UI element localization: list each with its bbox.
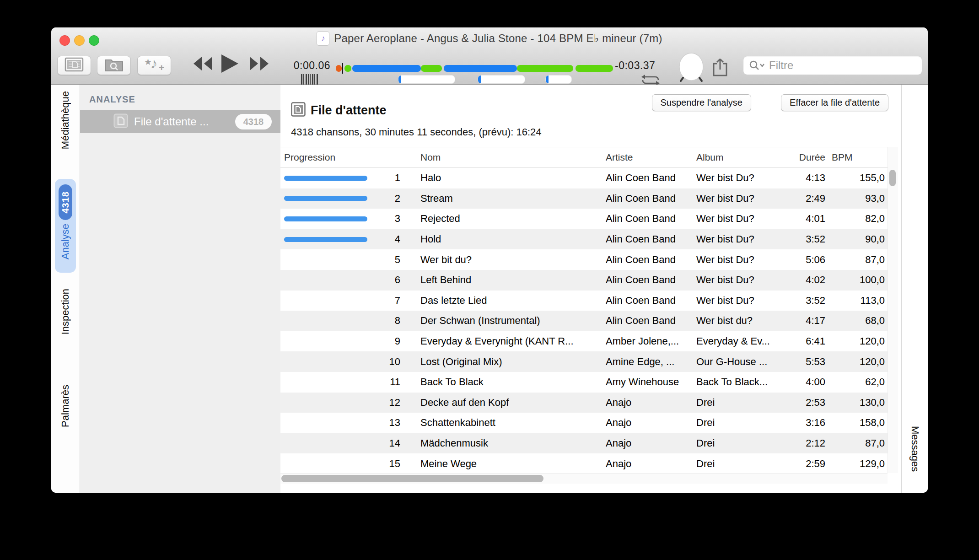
cell-number: 3 [368,213,400,225]
table-row[interactable]: 5Wer bit du?Alin Coen BandWer bist Du?5:… [280,249,888,270]
cell-duration: 3:16 [784,417,825,429]
table-row[interactable]: 9Everyday & Everynight (KANT R...Amber J… [280,331,888,352]
table-row[interactable]: 10Lost (Original Mix)Amine Edge, ...Our … [280,351,888,372]
table-rows: 1HaloAlin Coen BandWer bist Du?4:13155,0… [280,168,888,474]
horizontal-scrollbar-thumb[interactable] [281,475,543,482]
table-row[interactable]: 15Meine WegeAnajoDrei2:59129,0 [280,453,888,474]
filter-field[interactable] [743,56,922,75]
app-window: ♪ Paper Aeroplane - Angus & Julia Stone … [51,27,928,493]
table-row[interactable]: 13SchattenkabinettAnajoDrei3:16158,0 [280,413,888,433]
share-button[interactable] [711,57,729,79]
play-button[interactable] [219,53,240,74]
filter-input[interactable] [768,59,916,72]
row-progress-bar [284,196,367,201]
sidebar-item-queue[interactable]: File d'attente ... 4318 [80,110,280,133]
tab-inspection[interactable]: Inspection [51,289,80,334]
cell-name: Der Schwan (Instrumental) [400,315,606,327]
column-header-nom[interactable]: Nom [400,152,606,163]
fast-forward-button[interactable] [249,55,271,72]
cell-album: Drei [696,458,784,470]
tab-palmares[interactable]: Palmarès [51,385,80,427]
track-document-icon: ♪ [317,31,329,46]
share-icon [711,57,729,77]
cell-artist: Alin Coen Band [606,254,696,266]
cell-number: 6 [368,274,400,286]
spotlight-balloon-icon[interactable] [677,52,705,85]
table-row[interactable]: 3RejectedAlin Coen BandWer bist Du?4:018… [280,209,888,229]
column-header-bpm[interactable]: BPM [825,152,888,163]
cell-album: Wer bist Du? [696,274,784,286]
column-header-artiste[interactable]: Artiste [606,152,696,163]
cell-album: Everyday & Ev... [696,335,784,347]
table-row[interactable]: 11Back To BlackAmy WinehouseBack To Blac… [280,372,888,393]
column-header-album[interactable]: Album [696,152,784,163]
cell-number: 7 [368,295,400,307]
cell-bpm: 113,0 [825,295,888,307]
progress-segment [421,65,442,72]
rewind-button[interactable] [191,55,213,72]
cell-album: Drei [696,417,784,429]
fast-forward-icon [249,55,271,72]
segment-markers[interactable] [336,75,613,83]
cell-artist: Alin Coen Band [606,172,696,184]
cell-bpm: 100,0 [825,274,888,286]
cell-album: Wer bist Du? [696,295,784,307]
vertical-scrollbar-thumb[interactable] [889,170,896,186]
row-progress-bar [284,237,367,242]
queue-view-button[interactable] [57,56,91,75]
add-matchlist-button[interactable]: ★♪+ [137,56,171,75]
browse-button[interactable] [97,56,131,75]
tab-mediatheque[interactable]: Médiathèque [51,91,80,149]
clear-queue-button[interactable]: Effacer la file d'attente [781,94,888,111]
table-row[interactable]: 7Das letzte LiedAlin Coen BandWer bist D… [280,291,888,311]
table-row[interactable]: 2StreamAlin Coen BandWer bist Du?2:4993,… [280,188,888,209]
cell-duration: 3:52 [784,295,825,307]
tab-messages[interactable]: Messages [909,426,921,472]
cell-duration: 4:17 [784,315,825,327]
cell-duration: 6:41 [784,335,825,347]
column-header-progression[interactable]: Progression [280,152,368,163]
cell-duration: 2:59 [784,458,825,470]
cell-artist: Amy Winehouse [606,376,696,388]
window-title: Paper Aeroplane - Angus & Julia Stone - … [334,32,662,45]
cell-bpm: 93,0 [825,193,888,205]
cell-duration: 3:52 [784,233,825,245]
vertical-scrollbar[interactable] [888,147,898,473]
cue-marker[interactable] [478,75,525,84]
horizontal-scrollbar[interactable] [280,473,888,484]
playhead[interactable] [342,63,343,74]
table-row[interactable]: 4HoldAlin Coen BandWer bist Du?3:5290,0 [280,229,888,250]
cell-bpm: 82,0 [825,213,888,225]
progress-segment [336,65,342,72]
cell-number: 2 [368,193,400,205]
table-row[interactable]: 6Left BehindAlin Coen BandWer bist Du?4:… [280,270,888,291]
suspend-analysis-button[interactable]: Suspendre l'analyse [652,94,752,111]
cell-album: Wer bist Du? [696,233,784,245]
song-progress-bar[interactable] [336,65,613,72]
cell-artist: Alin Coen Band [606,233,696,245]
toolbar: ★♪+ 0:00.06 [51,48,928,84]
left-tab-strip: Médiathèque 4318 Analyse Inspection Palm… [51,85,80,493]
cell-bpm: 130,0 [825,397,888,409]
window-header: ♪ Paper Aeroplane - Angus & Julia Stone … [51,27,928,85]
tab-analyse[interactable]: 4318 Analyse [55,179,76,273]
cell-duration: 2:53 [784,397,825,409]
table-row[interactable]: 8Der Schwan (Instrumental)Alin Coen Band… [280,311,888,331]
cell-album: Wer bist Du? [696,254,784,266]
cell-name: Decke auf den Kopf [400,397,606,409]
cell-album: Wer bist Du? [696,193,784,205]
table-row[interactable]: 12Decke auf den KopfAnajoDrei2:53130,0 [280,393,888,413]
page-title: File d'attente [311,103,386,118]
cell-duration: 2:49 [784,193,825,205]
cell-number: 12 [368,397,400,409]
queue-document-icon [113,113,128,130]
cell-duration: 4:00 [784,376,825,388]
table-row[interactable]: 14MädchenmusikAnajoDrei2:1287,0 [280,433,888,454]
table-row[interactable]: 1HaloAlin Coen BandWer bist Du?4:13155,0 [280,168,888,188]
column-header-duree[interactable]: Durée [784,152,825,163]
queue-summary: 4318 chansons, 30 minutes 11 secondes, (… [291,126,542,138]
row-progress-bar [284,216,367,221]
cue-marker[interactable] [545,75,572,84]
cue-marker-cap [478,75,481,83]
cue-marker[interactable] [398,75,455,84]
